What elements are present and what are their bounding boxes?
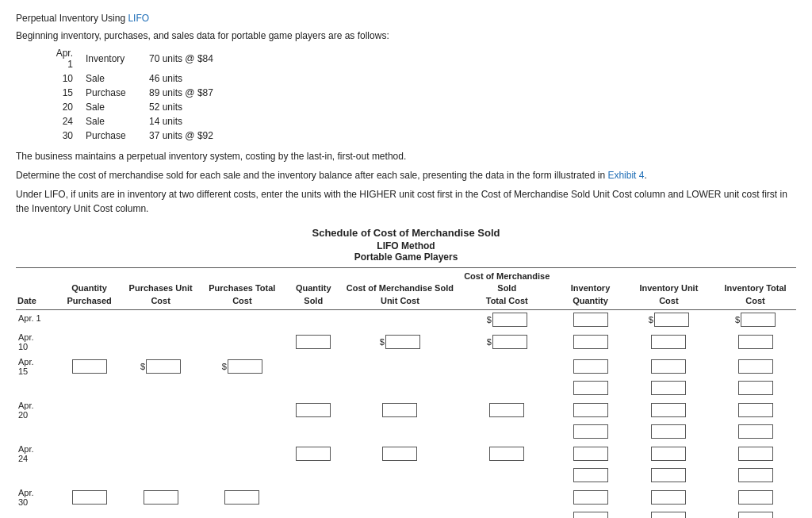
cms-total-input-apr20[interactable] — [489, 403, 524, 417]
col-qty-purchased: QuantityPurchased — [59, 268, 120, 310]
table-row: Apr.15 $ $ — [16, 354, 796, 378]
inv-unit-input-apr24a[interactable] — [651, 447, 686, 461]
body-text-2: Determine the cost of merchandise sold f… — [16, 168, 796, 182]
inv-unit-apr30a — [623, 485, 715, 509]
pu-cost-apr10 — [120, 329, 201, 354]
inv-unit-input-apr1[interactable] — [654, 313, 689, 327]
inv-unit-input-apr20a[interactable] — [651, 403, 686, 417]
inventory-list: Apr. 1 Inventory 70 units @ $84 10 Sale … — [48, 46, 796, 143]
inv-total-input-apr15a[interactable] — [738, 359, 773, 374]
inv-total-input-apr24a[interactable] — [738, 447, 773, 461]
date-apr24: Apr.24 — [16, 441, 59, 466]
inv-unit-apr20b — [623, 422, 715, 441]
qty-purchased-input-apr15[interactable] — [72, 359, 107, 374]
inv-total-input-apr10[interactable] — [738, 335, 773, 349]
qty-sold-apr20 — [283, 397, 344, 422]
schedule-title: Schedule of Cost of Merchandise Sold — [16, 227, 796, 239]
inv-qty-apr20b — [557, 422, 622, 441]
inv-unit-input-apr20b[interactable] — [651, 424, 686, 439]
inv-unit-input-apr15b[interactable] — [651, 381, 686, 395]
pt-cost-input-apr30[interactable] — [224, 490, 259, 505]
col-date: Date — [16, 268, 59, 310]
inv-total-apr30a — [714, 485, 796, 509]
inv-total-input-apr20a[interactable] — [738, 403, 773, 417]
cms-unit-apr15 — [344, 354, 456, 378]
date-apr30: Apr.30 — [16, 485, 59, 509]
col-purchases-total-cost: Purchases TotalCost — [201, 268, 283, 310]
inv-total-apr20b — [714, 422, 796, 441]
table-row: Apr.10 $ $ — [16, 329, 796, 354]
inv-qty-input-apr1[interactable] — [573, 313, 608, 327]
table-row — [16, 466, 796, 485]
inv-qty-input-apr30b[interactable] — [573, 512, 608, 518]
qty-sold-apr1 — [283, 310, 344, 330]
exhibit4-link[interactable]: Exhibit 4 — [607, 170, 644, 181]
cms-unit-input-apr24[interactable] — [382, 447, 417, 461]
inv-unit-input-apr15a[interactable] — [651, 359, 686, 374]
list-item: 24 Sale 14 units — [48, 114, 270, 129]
table-row: Apr.24 — [16, 441, 796, 466]
inv-unit-input-apr10a[interactable] — [651, 335, 686, 349]
inv-qty-input-apr15a[interactable] — [573, 359, 608, 374]
inv-qty-input-apr15b[interactable] — [573, 381, 608, 395]
cms-total-input-apr1[interactable] — [492, 313, 527, 327]
inv-unit-input-apr24b[interactable] — [651, 468, 686, 482]
inv-total-input-apr1[interactable] — [741, 313, 776, 327]
lifo-link[interactable]: LIFO — [128, 13, 149, 24]
inv-unit-apr15a — [623, 354, 715, 378]
inv-qty-input-apr10[interactable] — [573, 335, 608, 349]
page-title: Perpetual Inventory Using LIFO — [16, 13, 796, 24]
inv-qty-input-apr30a[interactable] — [573, 490, 608, 505]
pu-cost-input-apr15[interactable] — [146, 359, 181, 374]
inv-qty-apr30a — [557, 485, 622, 509]
qty-sold-apr24 — [283, 441, 344, 466]
col-cms-unit-cost: Cost of Merchandise SoldUnit Cost — [344, 268, 456, 310]
inv-unit-input-apr30b[interactable] — [651, 512, 686, 518]
inv-total-input-apr20b[interactable] — [738, 424, 773, 439]
inv-unit-apr24a — [623, 441, 715, 466]
date-apr1: Apr. 1 — [16, 310, 59, 330]
list-item: Apr. 1 Inventory 70 units @ $84 — [48, 46, 270, 71]
qty-sold-input-apr10[interactable] — [296, 335, 331, 349]
inv-total-apr20a — [714, 397, 796, 422]
inv-qty-apr15a — [557, 354, 622, 378]
inv-total-input-apr30b[interactable] — [738, 512, 773, 518]
cms-unit-input-apr10[interactable] — [385, 335, 420, 349]
cms-total-input-apr10[interactable] — [492, 335, 527, 349]
inv-total-apr24b — [714, 466, 796, 485]
table-row — [16, 422, 796, 441]
list-item: 10 Sale 46 units — [48, 71, 270, 86]
inv-total-apr15a — [714, 354, 796, 378]
pu-cost-apr15: $ — [120, 354, 201, 378]
table-header: Date QuantityPurchased Purchases UnitCos… — [16, 268, 796, 310]
inv-total-input-apr24b[interactable] — [738, 468, 773, 482]
inv-qty-apr15b — [557, 378, 622, 397]
inv-qty-input-apr24b[interactable] — [573, 468, 608, 482]
col-cms-total-cost: Cost of Merchandise SoldTotal Cost — [456, 268, 557, 310]
table-row: Apr. 1 $ $ $ — [16, 310, 796, 330]
cms-total-input-apr24[interactable] — [489, 447, 524, 461]
inv-qty-input-apr20a[interactable] — [573, 403, 608, 417]
table-row: Apr.30 — [16, 485, 796, 509]
inv-qty-apr10 — [557, 329, 622, 354]
pt-cost-input-apr15[interactable] — [228, 359, 262, 374]
inv-unit-apr24b — [623, 466, 715, 485]
inv-qty-input-apr24a[interactable] — [573, 447, 608, 461]
inv-total-apr1: $ — [714, 310, 796, 330]
col-purchases-unit-cost: Purchases UnitCost — [120, 268, 201, 310]
col-inv-total-cost: Inventory TotalCost — [714, 268, 796, 310]
inv-unit-input-apr30a[interactable] — [651, 490, 686, 505]
inv-total-input-apr30a[interactable] — [738, 490, 773, 505]
qty-purchased-apr30 — [59, 485, 120, 509]
col-inv-qty: InventoryQuantity — [557, 268, 622, 310]
qty-purchased-input-apr30[interactable] — [72, 490, 107, 505]
cms-unit-apr10: $ — [344, 329, 456, 354]
inv-qty-input-apr20b[interactable] — [573, 424, 608, 439]
qty-sold-input-apr24[interactable] — [296, 447, 331, 461]
inv-total-input-apr15b[interactable] — [738, 381, 773, 395]
pt-cost-apr10 — [201, 329, 283, 354]
pt-cost-apr15: $ — [201, 354, 283, 378]
qty-sold-input-apr20[interactable] — [296, 403, 331, 417]
cms-unit-input-apr20[interactable] — [382, 403, 417, 417]
pu-cost-input-apr30[interactable] — [144, 490, 178, 505]
